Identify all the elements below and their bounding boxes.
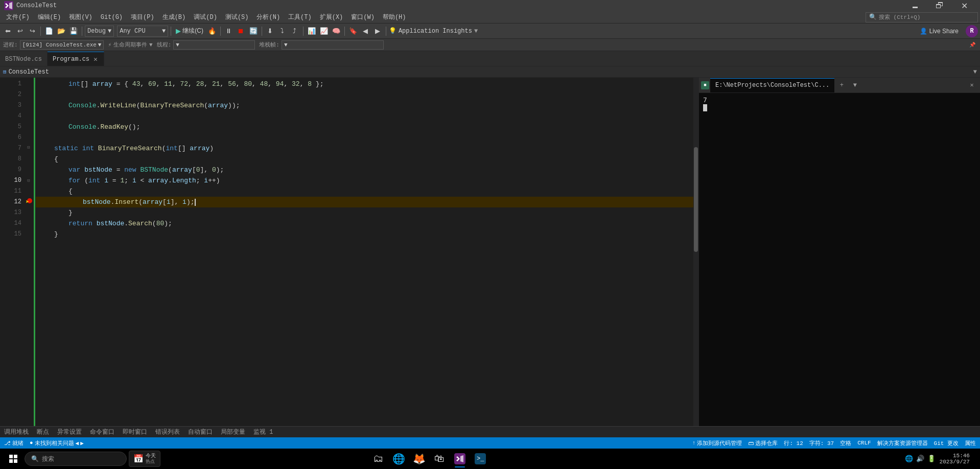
- edge-icon: 🌐: [392, 453, 405, 465]
- status-ready: 就绪: [12, 439, 24, 447]
- menu-build[interactable]: 生成(B): [158, 11, 190, 24]
- git-changes-btn[interactable]: Git 更改: [934, 439, 959, 447]
- column-position[interactable]: 字符: 37: [809, 439, 834, 447]
- thread-dropdown[interactable]: ▼: [173, 40, 255, 50]
- memory-button[interactable]: 🧠: [331, 26, 342, 37]
- save-button[interactable]: 💾: [68, 26, 79, 37]
- debug-exceptions[interactable]: 异常设置: [57, 428, 82, 436]
- collapse-10-icon[interactable]: ⊟: [27, 178, 30, 183]
- back-button[interactable]: ⬅: [2, 26, 13, 37]
- user-avatar[interactable]: R: [966, 25, 978, 37]
- code-lines[interactable]: int[] array = { 43, 69, 11, 72, 28, 21, …: [36, 78, 693, 426]
- properties-btn[interactable]: 属性: [965, 439, 976, 447]
- debug-callstack[interactable]: 调用堆栈: [4, 428, 29, 436]
- collapse-7-icon[interactable]: ⊟: [27, 145, 30, 150]
- menu-view[interactable]: 视图(V): [65, 11, 97, 24]
- close-button[interactable]: ✕: [952, 0, 976, 11]
- ln-9: 9: [4, 165, 21, 175]
- sound-icon[interactable]: 🔊: [916, 455, 924, 463]
- search-box[interactable]: 🔍 搜索 (Ctrl+Q): [866, 12, 978, 22]
- lifecycle-icon: ⚡: [108, 41, 111, 48]
- battery-icon[interactable]: 🔋: [927, 455, 936, 463]
- step-over-button[interactable]: ⤵: [277, 26, 288, 37]
- new-file-button[interactable]: 📄: [43, 26, 55, 37]
- code-line-9: var bstNode = new BSTNode(array[0], 0);: [36, 165, 693, 175]
- menu-help[interactable]: 帮助(H): [379, 11, 410, 24]
- debug-breakpoints[interactable]: 断点: [37, 428, 49, 436]
- taskbar-clock[interactable]: 15:46 2023/9/27: [940, 453, 970, 465]
- errors-status[interactable]: ● 未找到相关问题 ◀ ▶: [30, 439, 84, 447]
- undo-button[interactable]: ↩: [14, 26, 26, 37]
- debug-errors[interactable]: 错误列表: [155, 428, 180, 436]
- network-icon[interactable]: 🌐: [905, 455, 913, 463]
- minimize-button[interactable]: 🗕: [903, 0, 927, 11]
- restore-button[interactable]: 🗗: [928, 0, 951, 11]
- stop-button[interactable]: ⏹: [236, 26, 247, 37]
- debug-watch1[interactable]: 监视 1: [253, 428, 273, 436]
- taskbar-search[interactable]: 🔍 搜索: [25, 452, 127, 466]
- debug-immediate[interactable]: 即时窗口: [123, 428, 147, 436]
- select-repository[interactable]: 🗃 选择仓库: [748, 439, 778, 447]
- solution-explorer-btn[interactable]: 解决方案资源管理器: [877, 439, 928, 447]
- hot-reload-button[interactable]: 🔥: [206, 26, 218, 37]
- terminal-add-button[interactable]: +: [835, 79, 848, 91]
- process-dropdown[interactable]: [9124] ConsoleTest.exe ▼: [20, 40, 104, 50]
- menu-git[interactable]: Git(G): [97, 11, 127, 24]
- debug-locals[interactable]: 局部变量: [221, 428, 245, 436]
- taskbar-store[interactable]: 🛍: [430, 450, 449, 468]
- git-status[interactable]: ⎇ 就绪: [4, 439, 24, 447]
- tab-bstnode[interactable]: BSTNode.cs: [0, 52, 48, 66]
- menu-edit[interactable]: 编辑(E): [34, 11, 65, 24]
- taskbar-firefox[interactable]: 🦊: [410, 450, 428, 468]
- performance-button[interactable]: 📈: [318, 26, 330, 37]
- diagnostics-button[interactable]: 📊: [306, 26, 317, 37]
- ln-8: 8: [4, 154, 21, 165]
- spaces-setting[interactable]: 空格: [840, 439, 851, 447]
- terminal-close-button[interactable]: ✕: [966, 79, 978, 91]
- pause-button[interactable]: ⏸: [223, 26, 235, 37]
- add-source-control[interactable]: ↑ 添加到源代码管理: [692, 439, 742, 447]
- open-button[interactable]: 📂: [56, 26, 67, 37]
- menu-test[interactable]: 测试(S): [221, 11, 253, 24]
- step-into-button[interactable]: ⬇: [265, 26, 276, 37]
- debug-config-dropdown[interactable]: Debug ▼: [85, 26, 114, 37]
- solution-dropdown-icon[interactable]: ▼: [973, 68, 977, 76]
- menu-project[interactable]: 项目(P): [127, 11, 158, 24]
- platform-dropdown[interactable]: Any CPU ▼: [117, 26, 168, 37]
- terminal-tab-main[interactable]: E:\NetProjects\ConsoleTest\C...: [710, 78, 834, 92]
- taskbar-file-explorer[interactable]: 🗂: [369, 450, 387, 468]
- pinned-tabs-button[interactable]: 📌: [968, 40, 977, 50]
- today-widget[interactable]: 📅 今天 热点: [129, 451, 160, 467]
- menu-file[interactable]: 文件(F): [2, 11, 34, 24]
- menu-window[interactable]: 窗口(W): [347, 11, 379, 24]
- menu-analyze[interactable]: 分析(N): [252, 11, 284, 24]
- terminal-body[interactable]: 7: [699, 93, 980, 426]
- start-button[interactable]: [4, 450, 22, 468]
- line-position[interactable]: 行: 12: [784, 439, 803, 447]
- editor-scrollbar[interactable]: [693, 78, 698, 426]
- restart-button[interactable]: 🔄: [248, 26, 259, 37]
- prev-bookmark-button[interactable]: ◀: [360, 26, 371, 37]
- bookmark-button[interactable]: 🔖: [347, 26, 359, 37]
- next-bookmark-button[interactable]: ▶: [372, 26, 383, 37]
- run-button[interactable]: ▶ 继续(C): [174, 27, 205, 35]
- code-line-15: }: [36, 229, 693, 240]
- step-out-button[interactable]: ⤴: [289, 26, 300, 37]
- debug-auto[interactable]: 自动窗口: [188, 428, 213, 436]
- menu-extensions[interactable]: 扩展(X): [316, 11, 347, 24]
- redo-button[interactable]: ↪: [27, 26, 38, 37]
- live-share-button[interactable]: 👤 Live Share: [916, 26, 963, 37]
- stack-dropdown[interactable]: ▼: [282, 40, 384, 50]
- menu-tools[interactable]: 工具(T): [284, 11, 316, 24]
- app-insights-area[interactable]: 💡 Application Insights ▼: [389, 27, 478, 35]
- tab-program[interactable]: Program.cs ✕: [48, 52, 104, 66]
- taskbar-terminal[interactable]: >_: [471, 450, 489, 468]
- taskbar-vs[interactable]: [451, 450, 469, 468]
- terminal-dropdown-button[interactable]: ▼: [849, 79, 861, 91]
- taskbar-edge[interactable]: 🌐: [389, 450, 408, 468]
- crlf-setting[interactable]: CRLF: [857, 439, 871, 447]
- process-chevron-icon: ▼: [98, 42, 102, 48]
- tab-close-icon[interactable]: ✕: [92, 55, 99, 63]
- debug-command[interactable]: 命令窗口: [90, 428, 114, 436]
- menu-debug[interactable]: 调试(D): [190, 11, 221, 24]
